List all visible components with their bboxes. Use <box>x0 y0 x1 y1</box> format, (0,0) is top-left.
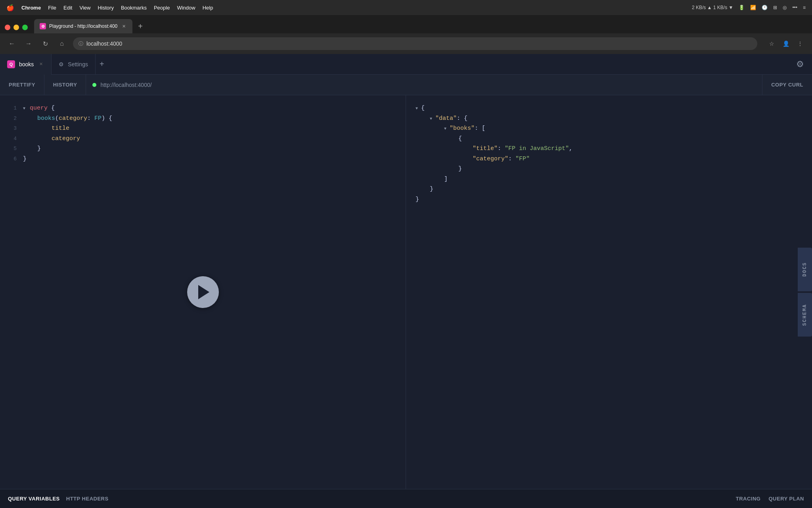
tab-bar: ⚙ Playground - http://localhost:400 ✕ + <box>0 15 812 33</box>
result-line-7: } <box>416 164 802 174</box>
tab-close-button[interactable]: ✕ <box>121 23 127 29</box>
menubar: 🍎 Chrome File Edit View History Bookmark… <box>0 0 812 15</box>
ssl-lock-icon: ⓘ <box>79 40 83 47</box>
menu-file[interactable]: File <box>48 5 56 11</box>
siri-icon: ◎ <box>783 5 787 10</box>
code-line-3: 3 title <box>10 123 396 134</box>
result-line-10: } <box>416 194 802 205</box>
profile-button[interactable]: 👤 <box>780 38 791 49</box>
endpoint-url[interactable]: http://localhost:4000/ <box>86 75 762 95</box>
address-actions: ☆ 👤 ⋮ <box>766 38 806 49</box>
menu-edit[interactable]: Edit <box>63 5 72 11</box>
tracing-tab[interactable]: TRACING <box>736 496 761 502</box>
menu-items: File Edit View History Bookmarks People … <box>48 5 213 11</box>
schema-button[interactable]: SCHEMA <box>798 293 812 337</box>
code-line-4: 4 category <box>10 134 396 144</box>
maximize-window-button[interactable] <box>22 25 28 30</box>
menu-people[interactable]: People <box>154 5 170 11</box>
bookmark-button[interactable]: ☆ <box>766 38 777 49</box>
result-panel: ▼ { ▼ "data": { ▼ "books": [ { <box>406 95 812 489</box>
result-line-8: ] <box>416 174 802 185</box>
minimize-window-button[interactable] <box>13 25 19 30</box>
result-line-5: "title": "FP in JavaScript", <box>416 144 802 154</box>
prettify-button[interactable]: PRETTIFY <box>0 75 44 95</box>
clock-icon: 🕐 <box>762 5 768 10</box>
tab-title: Playground - http://localhost:400 <box>49 23 117 29</box>
url-text: localhost:4000 <box>86 40 122 47</box>
tab-query-icon: Q <box>7 60 15 68</box>
code-line-2: 2 books(category: FP) { <box>10 114 396 124</box>
bottom-right-tabs: TRACING QUERY PLAN <box>736 496 804 502</box>
playground-settings-button[interactable]: ⚙ <box>796 59 804 69</box>
play-triangle-icon <box>198 285 209 299</box>
menu-history[interactable]: History <box>98 5 113 11</box>
network-status: 2 KB/s ▲ 1 KB/s ▼ <box>692 5 733 10</box>
overflow-icon: ••• <box>792 5 797 10</box>
result-line-9: } <box>416 184 802 194</box>
tab-favicon: ⚙ <box>40 23 46 29</box>
settings-gear-icon: ⚙ <box>59 61 64 67</box>
url-value: http://localhost:4000/ <box>100 82 151 88</box>
address-input[interactable]: ⓘ localhost:4000 <box>73 37 757 50</box>
browser-tab-active[interactable]: ⚙ Playground - http://localhost:400 ✕ <box>34 19 132 33</box>
query-variables-tab[interactable]: QUERY VARIABLES <box>8 496 66 502</box>
toolbar: PRETTIFY HISTORY http://localhost:4000/ … <box>0 75 812 95</box>
forward-button[interactable]: → <box>23 38 34 49</box>
playground: Q books ✕ ⚙ Settings + ⚙ PRETTIFY HISTOR… <box>0 54 812 508</box>
close-window-button[interactable] <box>5 25 10 30</box>
menu-view[interactable]: View <box>79 5 90 11</box>
docs-button[interactable]: DOCS <box>798 248 812 291</box>
arg-category: category <box>59 115 87 122</box>
address-bar: ← → ↻ ⌂ ⓘ localhost:4000 ☆ 👤 ⋮ <box>0 33 812 54</box>
execute-query-button[interactable] <box>187 276 219 308</box>
bottom-bar: QUERY VARIABLES HTTP HEADERS TRACING QUE… <box>0 489 812 508</box>
playground-tab-books[interactable]: Q books ✕ <box>0 54 52 75</box>
copy-curl-button[interactable]: COPY CURL <box>762 75 812 95</box>
query-editor[interactable]: 1 ▼ query { 2 books(category: FP) { 3 ti… <box>0 95 406 489</box>
playground-add-tab-button[interactable]: + <box>96 54 108 75</box>
field-title: title <box>52 125 69 132</box>
wifi-icon: 📶 <box>750 5 756 10</box>
new-tab-button[interactable]: + <box>134 19 147 33</box>
result-line-6: "category": "FP" <box>416 154 802 164</box>
home-button[interactable]: ⌂ <box>56 38 67 49</box>
browser-chrome: ⚙ Playground - http://localhost:400 ✕ + … <box>0 15 812 54</box>
keyword-query: query <box>30 105 48 112</box>
tab-books-close[interactable]: ✕ <box>38 61 44 67</box>
editor-area: 1 ▼ query { 2 books(category: FP) { 3 ti… <box>0 95 812 489</box>
connection-status-dot <box>92 83 96 87</box>
code-line-6: 6 } <box>10 154 396 164</box>
value-fp: FP <box>94 115 102 122</box>
menu-bookmarks[interactable]: Bookmarks <box>121 5 147 11</box>
app-name[interactable]: Chrome <box>21 5 41 11</box>
keyword-books: books <box>37 115 55 122</box>
result-line-1: ▼ { <box>416 103 802 114</box>
list-icon: ≡ <box>803 5 806 10</box>
traffic-lights <box>5 25 28 33</box>
side-buttons: DOCS SCHEMA <box>798 248 812 337</box>
menu-window[interactable]: Window <box>177 5 195 11</box>
result-line-2: ▼ "data": { <box>416 114 802 124</box>
code-line-1: 1 ▼ query { <box>10 103 396 114</box>
menu-help[interactable]: Help <box>203 5 213 11</box>
result-line-3: ▼ "books": [ <box>416 123 802 134</box>
control-center-icon: ⊞ <box>773 5 777 10</box>
menubar-right: 2 KB/s ▲ 1 KB/s ▼ 🔋 📶 🕐 ⊞ ◎ ••• ≡ <box>692 5 806 10</box>
fold-arrow-1: ▼ <box>23 106 25 111</box>
battery-icon: 🔋 <box>739 5 745 10</box>
reload-button[interactable]: ↻ <box>40 38 51 49</box>
tab-books-label: books <box>19 61 34 67</box>
playground-tab-settings[interactable]: ⚙ Settings <box>52 54 96 75</box>
history-button[interactable]: HISTORY <box>44 75 86 95</box>
code-line-5: 5 } <box>10 144 396 154</box>
http-headers-tab[interactable]: HTTP HEADERS <box>66 496 115 502</box>
menu-dots-button[interactable]: ⋮ <box>795 38 806 49</box>
back-button[interactable]: ← <box>6 38 17 49</box>
apple-menu[interactable]: 🍎 <box>6 4 14 12</box>
playground-header: Q books ✕ ⚙ Settings + ⚙ <box>0 54 812 75</box>
field-category: category <box>52 135 80 142</box>
tab-settings-label: Settings <box>68 61 88 67</box>
query-plan-tab[interactable]: QUERY PLAN <box>768 496 804 502</box>
result-line-4: { <box>416 134 802 144</box>
